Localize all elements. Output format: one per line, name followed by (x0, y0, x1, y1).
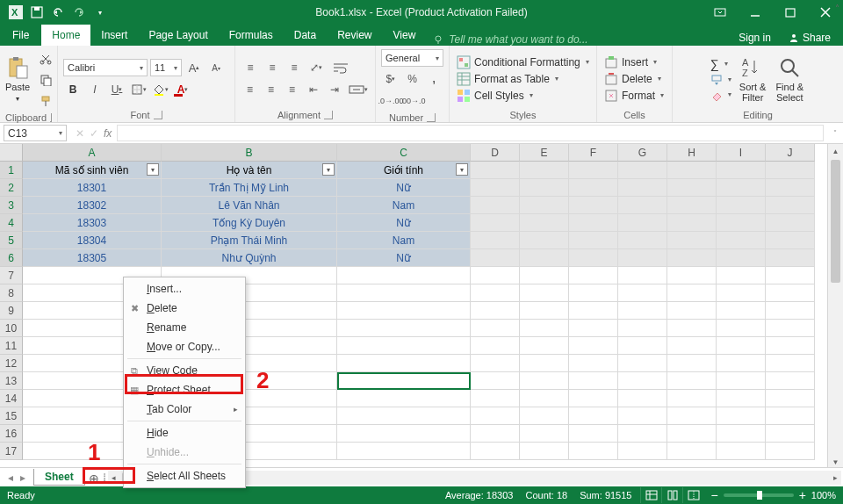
row-header-8[interactable]: 8 (0, 284, 23, 302)
cell-D12[interactable] (471, 355, 520, 372)
cell-I12[interactable] (717, 355, 766, 372)
number-format-combo[interactable]: General▾ (381, 49, 443, 67)
autosum-button[interactable]: ∑▾ (709, 56, 733, 72)
underline-button[interactable]: U▾ (107, 80, 126, 99)
cancel-formula-button[interactable]: ✕ (76, 127, 84, 140)
cell-F6[interactable] (569, 249, 618, 267)
cell-styles-button[interactable]: Cell Styles▾ (455, 88, 591, 104)
fx-button[interactable]: fx (104, 127, 112, 140)
cell-G8[interactable] (618, 284, 667, 302)
align-right-button[interactable]: ≡ (283, 80, 301, 99)
cell-I11[interactable] (717, 337, 766, 355)
row-header-14[interactable]: 14 (0, 390, 23, 407)
comma-format-button[interactable]: , (424, 69, 443, 89)
cell-F13[interactable] (569, 372, 618, 390)
tab-data[interactable]: Data (284, 25, 327, 46)
cell-C9[interactable] (337, 302, 471, 320)
tab-page-layout[interactable]: Page Layout (138, 25, 218, 46)
cell-H8[interactable] (667, 284, 717, 302)
cell-J1[interactable] (766, 162, 815, 179)
cell-D14[interactable] (471, 390, 520, 407)
cell-J4[interactable] (766, 214, 815, 232)
cell-C1[interactable]: Giới tính▾ (337, 162, 471, 179)
cut-button[interactable] (36, 49, 55, 68)
name-box[interactable]: C13▾ (4, 125, 67, 141)
fill-button[interactable]: ▾ (709, 73, 733, 87)
cell-I8[interactable] (717, 284, 766, 302)
font-name-combo[interactable]: Calibri▾ (63, 59, 148, 76)
cell-G16[interactable] (618, 425, 667, 443)
cell-A5[interactable]: 18304 (23, 232, 162, 249)
zoom-in-button[interactable]: + (799, 488, 806, 502)
column-header-H[interactable]: H (667, 144, 717, 162)
cell-J6[interactable] (766, 249, 815, 267)
redo-button[interactable] (70, 4, 88, 21)
ribbon-options-button[interactable] (702, 0, 738, 25)
clipboard-dialog-launcher[interactable] (50, 113, 52, 122)
cell-G2[interactable] (618, 179, 667, 197)
cell-E4[interactable] (520, 214, 569, 232)
ctx-item-insert[interactable]: Insert... (124, 279, 245, 299)
cell-E10[interactable] (520, 320, 569, 337)
cell-H16[interactable] (667, 425, 717, 443)
cell-H13[interactable] (667, 372, 717, 390)
tab-file[interactable]: File (0, 25, 41, 46)
column-header-C[interactable]: C (337, 144, 471, 162)
cell-J14[interactable] (766, 390, 815, 407)
cell-F15[interactable] (569, 407, 618, 425)
cell-J9[interactable] (766, 302, 815, 320)
insert-cells-button[interactable]: Insert▾ (602, 54, 666, 70)
conditional-formatting-button[interactable]: Conditional Formatting▾ (455, 54, 591, 70)
cell-C14[interactable] (337, 390, 471, 407)
cell-J8[interactable] (766, 284, 815, 302)
accounting-format-button[interactable]: $▾ (381, 69, 400, 89)
format-cells-button[interactable]: Format▾ (602, 88, 666, 104)
cell-A2[interactable]: 18301 (23, 179, 162, 197)
cell-C7[interactable] (337, 267, 471, 284)
cell-I13[interactable] (717, 372, 766, 390)
cell-F8[interactable] (569, 284, 618, 302)
cell-J5[interactable] (766, 232, 815, 249)
select-all-button[interactable] (0, 144, 23, 162)
cell-G11[interactable] (618, 337, 667, 355)
cell-F4[interactable] (569, 214, 618, 232)
cell-J16[interactable] (766, 425, 815, 443)
format-as-table-button[interactable]: Format as Table▾ (455, 71, 591, 87)
column-header-F[interactable]: F (569, 144, 618, 162)
undo-button[interactable] (49, 4, 67, 21)
cell-D17[interactable] (471, 443, 520, 460)
cell-H15[interactable] (667, 407, 717, 425)
cell-E5[interactable] (520, 232, 569, 249)
cell-G17[interactable] (618, 443, 667, 460)
vertical-scrollbar[interactable]: ▲ ▼ (827, 144, 843, 469)
cell-F12[interactable] (569, 355, 618, 372)
cell-I1[interactable] (717, 162, 766, 179)
cell-I14[interactable] (717, 390, 766, 407)
cell-D3[interactable] (471, 197, 520, 214)
ctx-item-tab-color[interactable]: Tab Color▸ (124, 400, 245, 419)
align-bottom-button[interactable]: ≡ (285, 58, 304, 77)
increase-indent-button[interactable]: ⇥ (325, 80, 343, 99)
enter-formula-button[interactable]: ✓ (90, 127, 98, 140)
cell-B1[interactable]: Họ và tên▾ (162, 162, 337, 179)
maximize-button[interactable] (773, 0, 808, 25)
cell-D7[interactable] (471, 267, 520, 284)
cell-B4[interactable]: Tống Kỳ Duyên (162, 214, 337, 232)
paste-button[interactable]: Paste▾ (2, 49, 33, 111)
cell-I16[interactable] (717, 425, 766, 443)
cell-C17[interactable] (337, 443, 471, 460)
cell-E17[interactable] (520, 443, 569, 460)
copy-button[interactable] (36, 70, 55, 90)
row-header-4[interactable]: 4 (0, 214, 23, 232)
cell-H1[interactable] (667, 162, 717, 179)
ctx-item-hide[interactable]: Hide (124, 423, 245, 443)
row-header-16[interactable]: 16 (0, 425, 23, 443)
align-middle-button[interactable]: ≡ (263, 58, 282, 77)
cell-C11[interactable] (337, 337, 471, 355)
cell-F2[interactable] (569, 179, 618, 197)
cell-D1[interactable] (471, 162, 520, 179)
cell-I4[interactable] (717, 214, 766, 232)
cell-C13[interactable] (337, 372, 471, 390)
row-header-17[interactable]: 17 (0, 443, 23, 460)
cell-A1[interactable]: Mã số sinh viên▾ (23, 162, 162, 179)
